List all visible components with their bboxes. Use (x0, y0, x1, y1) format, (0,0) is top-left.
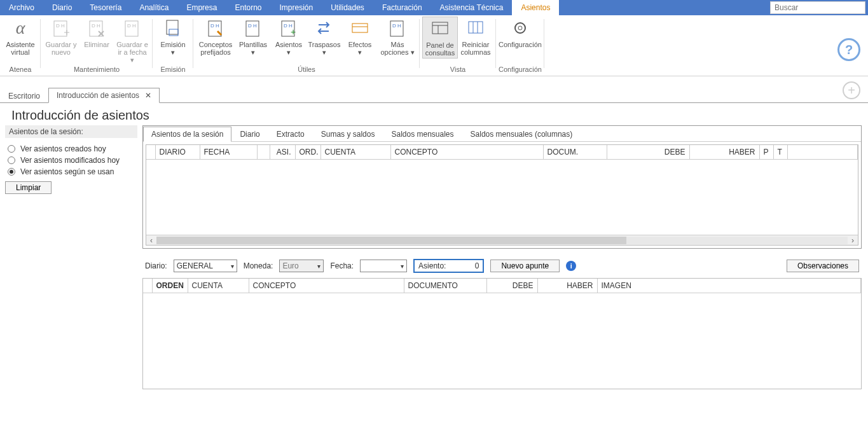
close-icon[interactable]: ✕ (145, 91, 151, 100)
col-cuenta2[interactable]: CUENTA (188, 279, 249, 293)
subtabs: Asientos de la sesión Diario Extracto Su… (143, 126, 861, 142)
ribbon-group-label: Atenea (3, 66, 38, 73)
emision-button[interactable]: Emisión▾ (155, 17, 191, 57)
scroll-right-icon[interactable]: › (848, 236, 858, 245)
svg-rect-17 (352, 24, 368, 32)
help-icon[interactable]: ? (837, 38, 860, 61)
conceptos-button[interactable]: D H Conceptos prefijados (196, 17, 235, 57)
ribbon: α Asistente virtual Atenea D H Guardar y… (0, 15, 868, 76)
col-debe[interactable]: DEBE (607, 145, 689, 160)
diario-combo[interactable]: GENERAL▾ (174, 260, 237, 272)
page-title: Introducción de asientos (0, 103, 868, 125)
grid-body[interactable] (146, 160, 858, 235)
traspasos-button[interactable]: Traspasos▾ (307, 17, 342, 57)
asiento-value[interactable]: 0 (452, 261, 479, 270)
asistente-virtual-button[interactable]: α Asistente virtual (3, 17, 38, 57)
menu-entorno[interactable]: Entorno (226, 0, 270, 15)
col-orden[interactable]: ORDEN (152, 279, 188, 293)
guardar-nuevo-button[interactable]: D H Guardar y nuevo (43, 17, 79, 57)
radio-creados-hoy[interactable]: Ver asientos creados hoy (5, 143, 137, 155)
subtab-sumas[interactable]: Sumas y saldos (313, 127, 383, 142)
col-haber[interactable]: HABER (689, 145, 759, 160)
menu-facturacion[interactable]: Facturación (373, 0, 431, 15)
radio-modificados-hoy[interactable]: Ver asientos modificados hoy (5, 155, 137, 166)
menu-asistencia[interactable]: Asistencia Técnica (431, 0, 513, 15)
menu-empresa[interactable]: Empresa (177, 0, 226, 15)
menu-analitica[interactable]: Analítica (130, 0, 177, 15)
menu-tesoreria[interactable]: Tesorería (81, 0, 130, 15)
subtab-sesion[interactable]: Asientos de la sesión (143, 127, 231, 142)
svg-rect-8 (167, 20, 178, 34)
scroll-left-icon[interactable]: ‹ (146, 236, 156, 245)
radio-segun-usan[interactable]: Ver asientos según se usan (5, 166, 137, 177)
emit-icon (163, 18, 183, 38)
col-blank2[interactable] (257, 145, 270, 160)
col-p[interactable]: P (759, 145, 773, 160)
col-documento[interactable]: DOCUMENTO (404, 279, 486, 293)
menu-archivo[interactable]: Archivo (0, 0, 43, 15)
tab-introduccion[interactable]: Introducción de asientos ✕ (48, 88, 160, 103)
reset-cols-icon (465, 18, 486, 38)
asientos-icon: D H+ (279, 18, 299, 38)
concepts-icon: D H (205, 18, 226, 38)
guardar-ir-fecha-button[interactable]: D H Guardar e ir a fecha ▾ (114, 17, 150, 65)
combo-value: Euro (282, 261, 298, 270)
plantillas-button[interactable]: D H Plantillas▾ (235, 17, 271, 57)
asiento-label: Asiento: (418, 261, 446, 270)
col-extra[interactable] (787, 145, 858, 160)
moneda-combo[interactable]: Euro▾ (279, 260, 324, 272)
menu-bar: Archivo Diario Tesorería Analítica Empre… (0, 0, 868, 15)
info-icon[interactable]: i (566, 261, 576, 271)
moneda-label: Moneda: (244, 261, 273, 270)
grid-body[interactable] (143, 293, 861, 389)
menu-asientos[interactable]: Asientos (512, 0, 559, 15)
side-panel: Asientos de la sesión: Ver asientos crea… (0, 125, 142, 389)
subtab-saldos-m[interactable]: Saldos mensuales (383, 127, 462, 142)
add-tab-icon[interactable]: + (843, 81, 860, 99)
subtab-saldos-col[interactable]: Saldos mensuales (columnas) (462, 127, 581, 142)
search-input[interactable] (770, 1, 865, 14)
nuevo-apunte-button[interactable]: Nuevo apunte (490, 260, 560, 272)
radio-icon (8, 145, 15, 153)
col-docum[interactable]: DOCUM. (543, 145, 607, 160)
col-asi[interactable]: ASI. (270, 145, 295, 160)
ribbon-group-label: Vista (422, 66, 493, 73)
col-t[interactable]: T (773, 145, 787, 160)
col-debe2[interactable]: DEBE (486, 279, 537, 293)
scroll-thumb[interactable] (156, 237, 626, 244)
fecha-combo[interactable]: ▾ (360, 260, 407, 272)
limpiar-button[interactable]: Limpiar (5, 181, 52, 194)
radio-icon (8, 168, 15, 176)
svg-text:D H: D H (127, 23, 136, 29)
h-scrollbar[interactable]: ‹ › (146, 235, 858, 245)
col-haber2[interactable]: HABER (537, 279, 597, 293)
col-blank[interactable] (143, 279, 152, 293)
col-ord[interactable]: ORD. (295, 145, 320, 160)
col-cuenta[interactable]: CUENTA (320, 145, 390, 160)
tab-escritorio[interactable]: Escritorio (0, 88, 48, 103)
ribbon-label: Efectos (348, 41, 372, 48)
menu-diario[interactable]: Diario (43, 0, 81, 15)
col-diario[interactable]: DIARIO (155, 145, 200, 160)
caret-down-icon: ▾ (130, 56, 134, 64)
subtab-diario[interactable]: Diario (231, 127, 268, 142)
reiniciar-columnas-button[interactable]: Reiniciar columnas (458, 17, 493, 57)
fecha-label: Fecha: (330, 261, 354, 270)
col-blank[interactable] (146, 145, 155, 160)
eliminar-button[interactable]: D H Eliminar (79, 17, 114, 50)
scroll-track[interactable] (156, 237, 848, 244)
col-fecha[interactable]: FECHA (200, 145, 257, 160)
menu-utilidades[interactable]: Utilidades (322, 0, 373, 15)
ribbon-label: Guardar e ir a fecha (116, 41, 148, 56)
col-concepto2[interactable]: CONCEPTO (249, 279, 404, 293)
subtab-extracto[interactable]: Extracto (268, 127, 313, 142)
observaciones-button[interactable]: Observaciones (787, 260, 859, 272)
configuracion-button[interactable]: Configuración (500, 17, 540, 50)
efectos-button[interactable]: Efectos▾ (342, 17, 378, 57)
col-concepto[interactable]: CONCEPTO (390, 145, 543, 160)
menu-impresion[interactable]: Impresión (270, 0, 322, 15)
col-imagen[interactable]: IMAGEN (597, 279, 861, 293)
asientos-button[interactable]: D H+ Asientos▾ (271, 17, 307, 57)
mas-opciones-button[interactable]: D H Más opciones ▾ (378, 17, 417, 57)
panel-consultas-button[interactable]: Panel de consultas (422, 17, 458, 59)
